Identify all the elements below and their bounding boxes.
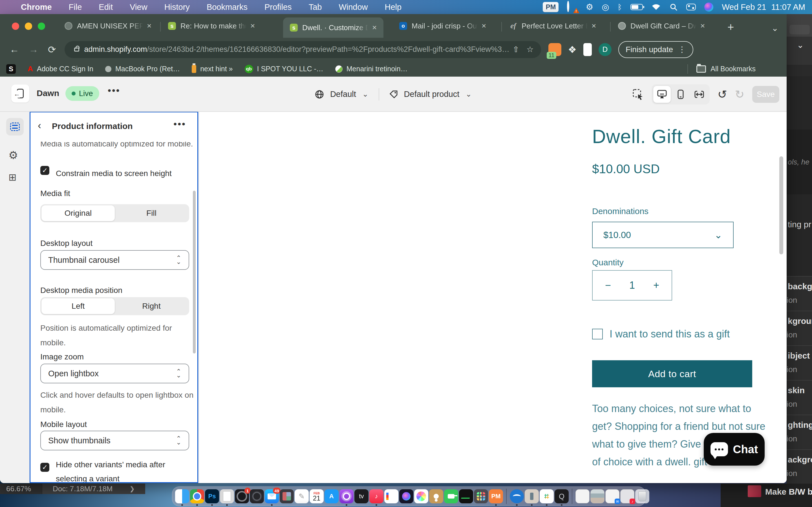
document-window-thumb-icon[interactable] (575, 489, 590, 503)
music-icon[interactable]: ♪ (369, 489, 384, 503)
capture-one-icon[interactable]: 1 (235, 489, 249, 503)
desktop-preview-button[interactable] (653, 86, 671, 103)
browser-menu-icon[interactable]: ⋮ (678, 45, 686, 54)
app-embeds-tab[interactable]: ⊞ (8, 172, 17, 183)
photoshop-action-row[interactable]: skinion (786, 380, 812, 414)
tab-close-icon[interactable]: × (147, 21, 151, 31)
creative-cloud-icon[interactable] (567, 2, 577, 12)
position-left[interactable]: Left (42, 298, 115, 314)
panel-scroll-area[interactable]: Media is automatically optimized for mob… (31, 142, 197, 482)
bookmark-adobe[interactable]: AAdobe CC Sign In (28, 64, 93, 73)
denomination-select[interactable]: $10.00 ⌄ (592, 222, 733, 248)
bookmark-menarini[interactable]: Menarini tretinoin… (335, 65, 408, 73)
quantity-increase-button[interactable]: + (653, 279, 659, 291)
menu-view[interactable]: View (121, 3, 156, 12)
menu-file[interactable]: File (60, 3, 91, 12)
menu-tab[interactable]: Tab (300, 3, 331, 12)
notes-icon[interactable] (295, 489, 309, 503)
fullwidth-preview-button[interactable] (691, 86, 708, 103)
exit-editor-button[interactable] (11, 84, 29, 103)
finish-update-button[interactable]: Finish update ⋮ (618, 41, 693, 58)
window-zoom-button[interactable] (38, 22, 45, 30)
save-button[interactable]: Save (752, 86, 779, 103)
app-store-icon[interactable]: A (324, 489, 339, 503)
search-tabs-button[interactable]: ⌄ (771, 23, 778, 33)
mobile-layout-select[interactable]: Show thumbnails ⌃⌄ (40, 431, 189, 450)
menu-history[interactable]: History (156, 3, 198, 12)
bookmark-next-hint[interactable]: next hint » (192, 65, 233, 73)
tab-close-icon[interactable]: × (592, 21, 596, 31)
menu-edit[interactable]: Edit (90, 3, 121, 12)
gift-checkbox[interactable] (592, 329, 603, 339)
photo-window-app-icon[interactable] (525, 489, 539, 503)
photoshop-action-bottom-row[interactable]: Make B/W back (721, 484, 812, 507)
add-to-cart-button[interactable]: Add to cart (592, 360, 752, 387)
menu-help[interactable]: Help (376, 3, 410, 12)
battery-icon[interactable] (630, 4, 643, 10)
menu-window[interactable]: Window (330, 3, 376, 12)
tab-dwell-gift-card[interactable]: Dwell Gift Card – Dwel × (611, 14, 712, 38)
storefront-preview[interactable]: Dwell. Gift Card $10.00 USD Denomination… (199, 112, 786, 483)
menu-bookmarks[interactable]: Bookmarks (198, 3, 256, 12)
chat-widget-button[interactable]: Chat (704, 433, 765, 466)
slack-icon[interactable] (540, 489, 554, 503)
position-right[interactable]: Right (115, 298, 188, 314)
undo-button[interactable]: ↺ (718, 88, 727, 101)
hide-variants-checkbox[interactable]: ✓ (40, 463, 49, 472)
all-bookmarks-button[interactable]: All Bookmarks (688, 64, 756, 74)
new-tab-button[interactable]: + (727, 21, 734, 34)
tab-mail-outlook[interactable]: o Mail - jodi crisp - Outlo × (393, 14, 493, 38)
bookmark-s[interactable]: S (6, 64, 16, 74)
facetime-icon[interactable] (444, 489, 458, 503)
photoshop-action-row[interactable]: backgrion (786, 276, 812, 311)
contacts-icon[interactable] (429, 489, 443, 503)
reminders-icon[interactable] (384, 489, 398, 503)
finder-icon[interactable] (175, 489, 189, 503)
quicktime-icon[interactable]: Q (555, 489, 569, 503)
trash-icon[interactable] (635, 489, 649, 503)
mail-icon[interactable]: 49 (265, 489, 279, 503)
siri-icon[interactable] (399, 489, 413, 503)
launchpad-icon[interactable] (474, 489, 488, 503)
music-window-thumb-icon[interactable]: ♪ (620, 489, 635, 503)
extensions-puzzle-icon[interactable]: ❖ (568, 44, 576, 55)
menubar-clock[interactable]: 11:07 AM (771, 3, 805, 12)
reload-button[interactable]: ⟳ (48, 44, 56, 55)
siri-icon[interactable] (704, 3, 713, 11)
constrain-media-checkbox[interactable]: ✓ (40, 166, 49, 175)
forward-button[interactable]: → (29, 44, 38, 55)
inspector-icon[interactable] (632, 89, 644, 100)
bookmark-macbook[interactable]: MacBook Pro (Ret… (105, 65, 180, 73)
sections-tab[interactable] (6, 118, 24, 135)
media-fit-original[interactable]: Original (42, 205, 115, 221)
photoshop-action-row[interactable]: ibjection (786, 345, 812, 380)
tab-close-icon[interactable]: × (700, 21, 705, 31)
image-zoom-select[interactable]: Open lightbox ⌃⌄ (40, 363, 189, 383)
extension-icon[interactable]: 11 (548, 43, 561, 56)
photoshop-icon[interactable]: Ps (205, 489, 219, 503)
control-center-icon[interactable] (686, 4, 696, 10)
mobile-preview-button[interactable] (672, 86, 689, 103)
bookmark-star-icon[interactable]: ☆ (526, 45, 534, 54)
panel-scrollbar[interactable] (193, 191, 196, 353)
paymo-icon[interactable]: PM (489, 489, 503, 503)
mail-window-thumb-icon[interactable]: ✉ (605, 489, 619, 503)
back-button[interactable]: ← (10, 44, 19, 55)
photo-grid-app-icon[interactable] (280, 489, 294, 503)
tab-close-icon[interactable]: × (481, 21, 486, 31)
menubar-date[interactable]: Wed Feb 21 (722, 3, 766, 12)
quantity-decrease-button[interactable]: − (605, 279, 611, 291)
apple-tv-icon[interactable]: tv (354, 489, 368, 503)
profile-avatar[interactable]: D (599, 43, 612, 56)
photos-icon[interactable] (414, 489, 428, 503)
locale-selector[interactable]: Default (330, 90, 356, 99)
tab-love-letter[interactable]: ef Perfect Love Letter Bra × (502, 14, 603, 38)
audio-app-icon[interactable] (250, 489, 264, 503)
airplay-icon[interactable]: ◎ (602, 3, 609, 11)
activity-monitor-icon[interactable] (459, 489, 473, 503)
theme-options-button[interactable]: ••• (108, 85, 120, 96)
media-fit-fill[interactable]: Fill (115, 205, 188, 221)
back-icon[interactable]: ‹ (38, 120, 41, 131)
bluetooth-icon[interactable]: ᛒ (618, 3, 622, 11)
openoffice-icon[interactable] (510, 489, 524, 503)
